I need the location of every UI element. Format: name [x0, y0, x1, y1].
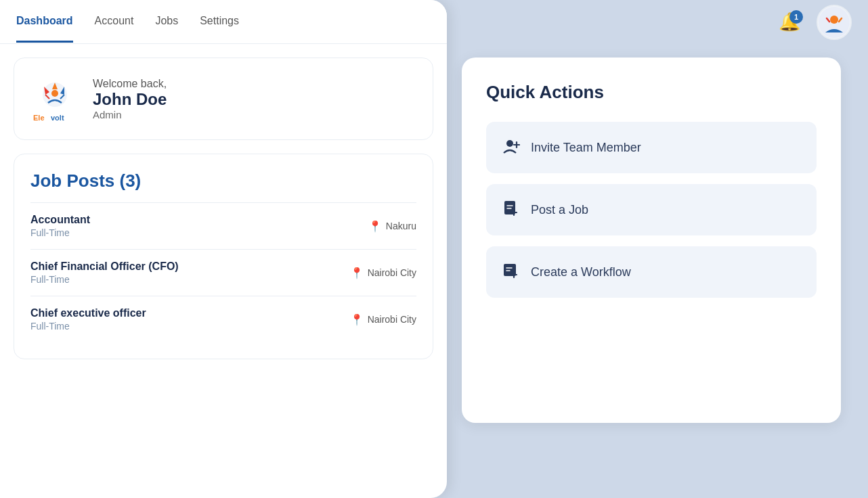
svg-point-7 [830, 16, 838, 24]
table-row[interactable]: Accountant Full-Time 📍 Nakuru [30, 202, 416, 249]
table-row[interactable]: Chief Financial Officer (CFO) Full-Time … [30, 249, 416, 296]
job-info: Accountant Full-Time [30, 214, 90, 238]
job-type: Full-Time [30, 321, 146, 332]
post-job-button[interactable]: Post a Job [486, 184, 817, 235]
svg-text:volt: volt [51, 114, 64, 122]
notification-button[interactable]: 🔔 1 [773, 6, 806, 39]
tab-jobs[interactable]: Jobs [155, 1, 178, 43]
location-text: Nairobi City [368, 314, 416, 325]
job-type: Full-Time [30, 274, 179, 285]
job-title: Accountant [30, 214, 90, 226]
job-title: Chief Financial Officer (CFO) [30, 261, 179, 273]
location-icon: 📍 [350, 313, 364, 326]
job-info: Chief Financial Officer (CFO) Full-Time [30, 261, 179, 285]
tab-account[interactable]: Account [95, 1, 134, 43]
job-posts-title: Job Posts (3) [30, 171, 416, 191]
location-text: Nakuru [386, 221, 416, 231]
svg-point-8 [506, 140, 513, 147]
svg-text:Ele: Ele [33, 114, 45, 122]
avatar-button[interactable] [817, 5, 852, 40]
create-workflow-icon [502, 261, 520, 283]
svg-point-3 [51, 90, 58, 97]
create-workflow-label: Create a Workflow [531, 265, 631, 279]
job-location: 📍 Nakuru [368, 220, 416, 233]
welcome-greeting: Welcome back, [93, 78, 167, 90]
job-location: 📍 Nairobi City [350, 267, 416, 279]
post-job-label: Post a Job [531, 203, 588, 217]
quick-actions-title: Quick Actions [486, 82, 817, 103]
job-location: 📍 Nairobi City [350, 313, 416, 326]
invite-team-member-button[interactable]: Invite Team Member [486, 122, 817, 173]
quick-actions-card: Quick Actions Invite Team Member [462, 58, 841, 423]
welcome-role: Admin [93, 109, 167, 120]
notification-badge: 1 [789, 10, 803, 24]
table-row[interactable]: Chief executive officer Full-Time 📍 Nair… [30, 296, 416, 342]
location-icon: 📍 [368, 220, 382, 233]
invite-team-member-label: Invite Team Member [531, 141, 641, 155]
job-type: Full-Time [30, 227, 90, 238]
right-panel: 🔔 1 Quick Actions [421, 0, 868, 498]
invite-icon [502, 137, 520, 158]
job-title: Chief executive officer [30, 307, 146, 319]
job-list: Accountant Full-Time 📍 Nakuru Chief Fina… [30, 202, 416, 342]
job-info: Chief executive officer Full-Time [30, 307, 146, 332]
header-bar: 🔔 1 [421, 0, 868, 44]
job-posts-section: Job Posts (3) Accountant Full-Time 📍 Nak… [14, 154, 433, 359]
create-workflow-button[interactable]: Create a Workflow [486, 246, 817, 298]
screen-container: Dashboard Account Jobs Settings Ele volt [0, 0, 868, 498]
left-panel: Dashboard Account Jobs Settings Ele volt [0, 0, 447, 498]
tab-dashboard[interactable]: Dashboard [16, 1, 73, 43]
elevolt-logo: Ele volt [30, 74, 79, 123]
welcome-name: John Doe [93, 90, 167, 109]
welcome-text: Welcome back, John Doe Admin [93, 78, 167, 120]
post-job-icon [502, 199, 520, 221]
location-text: Nairobi City [368, 267, 416, 278]
location-icon: 📍 [350, 267, 364, 279]
welcome-card: Ele volt [14, 58, 433, 140]
nav-tabs: Dashboard Account Jobs Settings [0, 0, 447, 44]
tab-settings[interactable]: Settings [200, 1, 239, 43]
